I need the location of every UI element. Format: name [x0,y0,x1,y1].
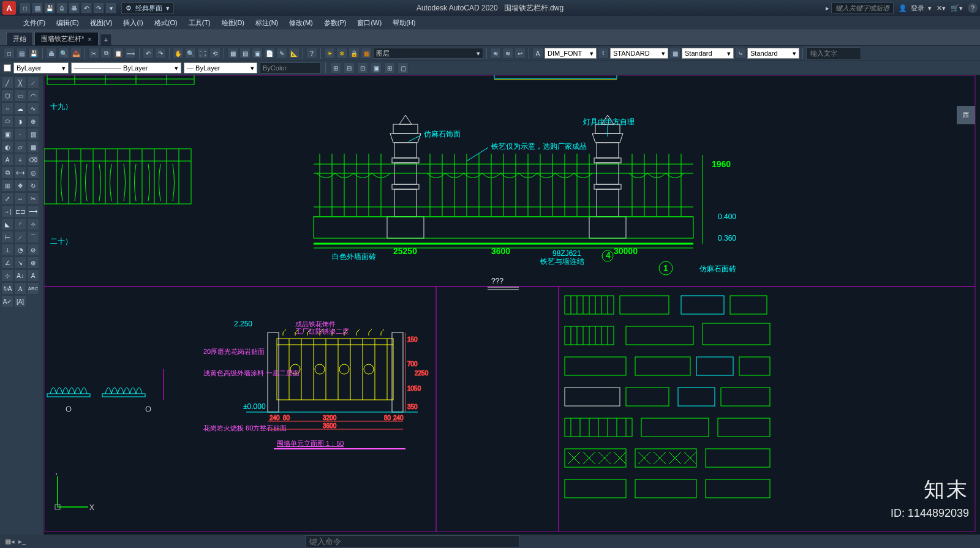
rotate-icon[interactable]: ↻ [27,179,39,192]
scale-icon[interactable]: ⤢ [1,192,13,205]
tab-start[interactable]: 开始 [6,32,33,45]
paste-icon[interactable]: 📋 [113,48,124,59]
find-icon[interactable]: ABC [27,282,39,295]
xline-icon[interactable]: ╳ [14,77,26,89]
group-edit-icon[interactable]: ⊡ [357,62,368,73]
tool-palette-icon[interactable]: ▣ [252,48,263,59]
cart-icon[interactable]: 🛒▾ [951,4,963,12]
zoom-prev-icon[interactable]: ⟲ [209,48,221,59]
region-icon[interactable]: ▱ [14,141,26,153]
dim-update-icon[interactable]: ↻A [1,282,13,295]
ellipse-icon[interactable]: ⬭ [1,115,13,127]
app-icon[interactable]: A [2,1,16,15]
leader-icon[interactable]: ↘ [14,257,26,269]
dim-text-edit-icon[interactable]: A [27,269,39,282]
layer-color-icon[interactable]: ▦ [361,48,372,59]
dim-ang-icon[interactable]: ∠ [1,257,13,269]
menu-dim[interactable]: 标注(N) [251,17,283,29]
tolerance-icon[interactable]: ⊕ [27,257,39,269]
dim-ord-icon[interactable]: ⊥ [1,244,13,256]
calc-icon[interactable]: 📐 [288,48,300,59]
ellipse-arc-icon[interactable]: ◗ [14,115,26,127]
mlstyle-dropdown[interactable]: Standard▾ [747,48,799,59]
insert-icon[interactable]: ⊕ [27,115,39,127]
dimstyle-dropdown[interactable]: DIM_FONT▾ [545,48,597,59]
addsel-icon[interactable]: + [14,154,26,166]
new-icon[interactable]: □ [20,2,31,13]
command-input[interactable] [305,535,519,548]
menu-file[interactable]: 文件(F) [18,17,50,29]
menu-tools[interactable]: 工具(T) [184,17,216,29]
extend-icon[interactable]: →| [1,205,13,217]
copy-icon[interactable]: ⧉ [100,48,111,59]
menu-param[interactable]: 参数(P) [319,17,352,29]
preview-icon[interactable]: 🔍 [58,48,69,59]
linetype-dropdown[interactable]: ——————— ByLayer▾ [71,62,181,73]
freeze-icon[interactable]: ❄ [336,48,347,59]
find-text-input[interactable]: 输入文字 [806,47,861,60]
arc-icon[interactable]: ◠ [27,89,39,102]
new-tab-button[interactable]: + [100,34,112,45]
text-style-icon[interactable]: A [532,48,543,59]
array-icon[interactable]: ⊞ [1,179,13,192]
dim-style-icon[interactable]: ⟟ [598,48,609,59]
undo-icon[interactable]: ↶ [81,2,92,13]
erase-icon[interactable]: ⌫ [27,154,39,166]
zoom-window-icon[interactable]: ⛶ [197,48,208,59]
polygon-icon[interactable]: ⬡ [1,89,13,102]
group-icon[interactable]: ⊞ [330,62,341,73]
menu-format[interactable]: 格式(O) [149,17,183,29]
line-icon[interactable]: ╱ [1,77,13,89]
field-icon[interactable]: [A] [14,295,26,307]
spline-icon[interactable]: ∿ [27,102,39,114]
undo-icon[interactable]: ↶ [143,48,154,59]
mtext-icon[interactable]: A [1,154,13,166]
save-icon[interactable]: 💾 [44,2,55,13]
layer-prev-icon[interactable]: ↩ [514,48,526,59]
mirror-icon[interactable]: ⟷ [14,167,26,179]
saveas-icon[interactable]: ⎙ [56,2,67,13]
point-icon[interactable]: · [14,128,26,140]
help-icon[interactable]: ? [968,3,978,13]
exchange-icon[interactable]: ✕▾ [937,4,946,12]
dim-aligned-icon[interactable]: ⟋ [14,231,26,243]
save-icon[interactable]: 💾 [28,48,39,59]
open-icon[interactable]: ▤ [32,2,43,13]
break-icon[interactable]: ⊏⊐ [14,205,26,217]
dim-arc-icon[interactable]: ⌒ [27,231,39,243]
qat-more-icon[interactable]: ▾ [105,2,116,13]
textstyle-dropdown[interactable]: STANDARD▾ [610,48,668,59]
color-swatch[interactable] [4,64,11,72]
block-icon[interactable]: ▣ [1,128,13,140]
props-icon[interactable]: ▦ [227,48,238,59]
group-mgr-icon[interactable]: ⊞ [384,62,395,73]
chamfer-icon[interactable]: ◣ [1,218,13,230]
offset-icon[interactable]: ◎ [27,167,39,179]
tablestyle-dropdown[interactable]: Standard▾ [682,48,734,59]
tab-document[interactable]: 围墙铁艺栏杆* × [34,32,99,45]
menu-edit[interactable]: 编辑(E) [51,17,84,29]
zoom-icon[interactable]: 🔍 [185,48,196,59]
redo-icon[interactable]: ↷ [155,48,166,59]
move-icon[interactable]: ✥ [14,179,26,192]
menu-view[interactable]: 视图(V) [85,17,118,29]
dc-icon[interactable]: ▤ [239,48,251,59]
center-icon[interactable]: ⊹ [1,269,13,282]
pan-icon[interactable]: ✋ [173,48,184,59]
plot-icon[interactable]: 🖶 [69,2,80,13]
group-sel-icon[interactable]: ▣ [371,62,382,73]
cut-icon[interactable]: ✂ [88,48,99,59]
spell-icon[interactable]: A✓ [1,295,13,307]
sun-icon[interactable]: ☀ [324,48,335,59]
menu-help[interactable]: 帮助(H) [388,17,420,29]
rect-icon[interactable]: ▭ [14,89,26,102]
dim-edit-icon[interactable]: A↓ [14,269,26,282]
help2-icon[interactable]: ? [306,48,317,59]
trim-icon[interactable]: ✂ [27,192,39,205]
publish-icon[interactable]: 📤 [70,48,81,59]
gradient-icon[interactable]: ◐ [1,141,13,153]
table-style-icon[interactable]: ▦ [669,48,680,59]
revcloud-icon[interactable]: ☁ [14,102,26,114]
mleader-style-icon[interactable]: ⤷ [735,48,746,59]
table-icon[interactable]: ▦ [27,141,39,153]
